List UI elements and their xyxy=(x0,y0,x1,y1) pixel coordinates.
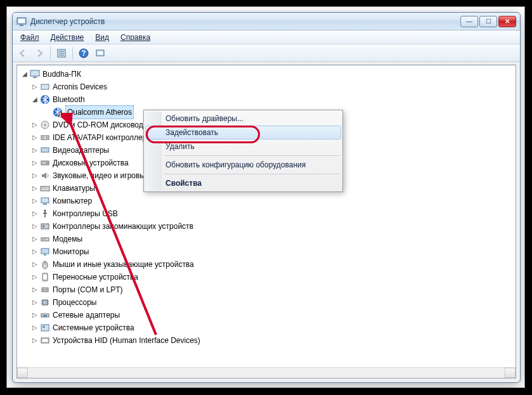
tree-item[interactable]: Устройства HID (Human Interface Devices) xyxy=(53,334,200,347)
tree-item[interactable]: DVD и CD-ROM дисководы xyxy=(53,119,148,131)
expand-icon[interactable]: ▷ xyxy=(30,82,40,92)
expand-icon[interactable]: ▷ xyxy=(30,183,40,193)
tree-item[interactable]: Мониторы xyxy=(53,245,89,258)
selected-device[interactable]: Qualcomm Atheros xyxy=(65,105,134,119)
tree-item[interactable]: Порты (COM и LPT) xyxy=(53,283,123,296)
menu-scan-hardware[interactable]: Обновить конфигурацию оборудования xyxy=(145,158,341,172)
svg-rect-52 xyxy=(43,315,47,316)
menu-update-drivers[interactable]: Обновить драйверы... xyxy=(145,112,341,126)
svg-point-24 xyxy=(46,162,48,164)
svg-rect-22 xyxy=(41,148,49,152)
expand-icon[interactable]: ▷ xyxy=(30,234,40,244)
svg-rect-56 xyxy=(42,339,48,342)
expand-icon[interactable]: ▷ xyxy=(30,285,40,295)
network-icon xyxy=(40,310,50,320)
tree-item[interactable]: Контроллеры USB xyxy=(53,207,118,220)
tree-item[interactable]: Переносные устройства xyxy=(53,271,138,283)
expand-icon[interactable]: ▷ xyxy=(30,323,40,333)
scan-button[interactable] xyxy=(93,46,108,61)
collapse-icon[interactable]: ◢ xyxy=(20,69,30,79)
usb-icon xyxy=(40,209,50,219)
toolbar: ? xyxy=(13,44,520,62)
expand-icon[interactable]: ▷ xyxy=(30,158,40,168)
svg-rect-42 xyxy=(43,275,47,279)
root-node[interactable]: Buddha-ПК xyxy=(42,68,81,81)
tree-item[interactable]: Bluetooth xyxy=(53,93,85,106)
menu-file[interactable]: Файл xyxy=(15,32,44,43)
cpu-icon xyxy=(40,297,50,308)
tree-item[interactable]: Дисковые устройства xyxy=(53,157,129,169)
svg-rect-27 xyxy=(44,188,45,188)
sound-icon xyxy=(40,171,50,181)
tree-item[interactable]: Процессоры xyxy=(53,296,97,309)
tree-item[interactable]: Компьютер xyxy=(53,195,92,207)
disk-icon xyxy=(40,158,50,168)
tree-item[interactable]: Видеоадаптеры xyxy=(53,144,109,157)
menu-action[interactable]: Действие xyxy=(46,32,89,43)
back-button xyxy=(15,46,30,61)
svg-rect-19 xyxy=(41,136,49,139)
expand-icon[interactable]: ▷ xyxy=(30,209,40,219)
computer-category-icon xyxy=(40,196,50,206)
svg-point-18 xyxy=(44,124,46,126)
menu-separator xyxy=(164,174,340,174)
toolbar-separator xyxy=(72,47,73,60)
device-manager-window: Диспетчер устройств — ☐ ✕ Файл Действие … xyxy=(12,12,521,383)
menu-properties[interactable]: Свойства xyxy=(145,176,341,190)
svg-rect-26 xyxy=(42,188,43,188)
minimize-button[interactable]: — xyxy=(460,16,478,27)
expand-icon[interactable]: ▷ xyxy=(30,145,40,155)
portable-icon xyxy=(40,272,50,282)
collapse-icon[interactable]: ◢ xyxy=(30,94,40,105)
svg-rect-2 xyxy=(20,25,23,26)
menu-help[interactable]: Справка xyxy=(115,32,155,43)
tree-item[interactable]: IDE ATA/ATAPI контроллеры xyxy=(53,131,152,144)
tree-item[interactable]: Acronis Devices xyxy=(53,81,107,93)
storage-controller-icon xyxy=(40,221,50,231)
tree-item[interactable]: Модемы xyxy=(53,233,82,245)
titlebar[interactable]: Диспетчер устройств — ☐ ✕ xyxy=(13,13,520,30)
expand-icon[interactable]: ▷ xyxy=(30,335,40,346)
tree-item[interactable]: Сетевые адаптеры xyxy=(53,309,120,321)
expand-icon[interactable]: ▷ xyxy=(30,196,40,206)
maximize-button[interactable]: ☐ xyxy=(479,16,497,27)
svg-rect-46 xyxy=(42,300,48,305)
properties-button[interactable] xyxy=(54,46,69,61)
svg-rect-38 xyxy=(44,254,46,256)
expand-icon[interactable]: ▷ xyxy=(30,259,40,269)
menu-view[interactable]: Вид xyxy=(90,32,114,43)
menubar: Файл Действие Вид Справка xyxy=(13,30,520,44)
expand-icon[interactable]: ▷ xyxy=(30,310,40,320)
no-expand xyxy=(42,107,53,117)
tree-item[interactable]: Мыши и иные указывающие устройства xyxy=(53,258,194,271)
horizontal-scrollbar[interactable] xyxy=(17,367,516,378)
app-icon xyxy=(16,16,27,27)
expand-icon[interactable]: ▷ xyxy=(30,221,40,231)
context-menu: Обновить драйверы... Задействовать Удали… xyxy=(143,110,343,192)
expand-icon[interactable]: ▷ xyxy=(30,247,40,257)
keyboard-icon xyxy=(40,183,50,193)
svg-point-45 xyxy=(46,289,47,290)
tree-item[interactable]: Контроллеры запоминающих устройств xyxy=(53,220,193,233)
close-button[interactable]: ✕ xyxy=(498,16,516,27)
svg-rect-43 xyxy=(42,288,48,292)
svg-rect-30 xyxy=(43,204,47,205)
expand-icon[interactable]: ▷ xyxy=(30,297,40,308)
window-title: Диспетчер устройств xyxy=(30,17,460,26)
controller-icon xyxy=(40,133,50,143)
svg-rect-25 xyxy=(41,186,49,191)
menu-delete-device[interactable]: Удалить xyxy=(145,139,341,153)
expand-icon[interactable]: ▷ xyxy=(30,171,40,181)
expand-icon[interactable]: ▷ xyxy=(30,120,40,130)
tree-item[interactable]: Системные устройства xyxy=(53,321,134,334)
bluetooth-device-icon xyxy=(53,107,63,117)
mouse-icon xyxy=(40,259,50,269)
tree-item[interactable]: Клавиатуры xyxy=(53,182,95,195)
svg-rect-37 xyxy=(41,249,49,254)
expand-icon[interactable]: ▷ xyxy=(30,133,40,143)
disc-icon xyxy=(40,120,50,130)
display-adapter-icon xyxy=(40,145,50,155)
expand-icon[interactable]: ▷ xyxy=(30,272,40,282)
help-button[interactable]: ? xyxy=(76,46,91,61)
menu-enable-device[interactable]: Задействовать xyxy=(145,126,341,139)
